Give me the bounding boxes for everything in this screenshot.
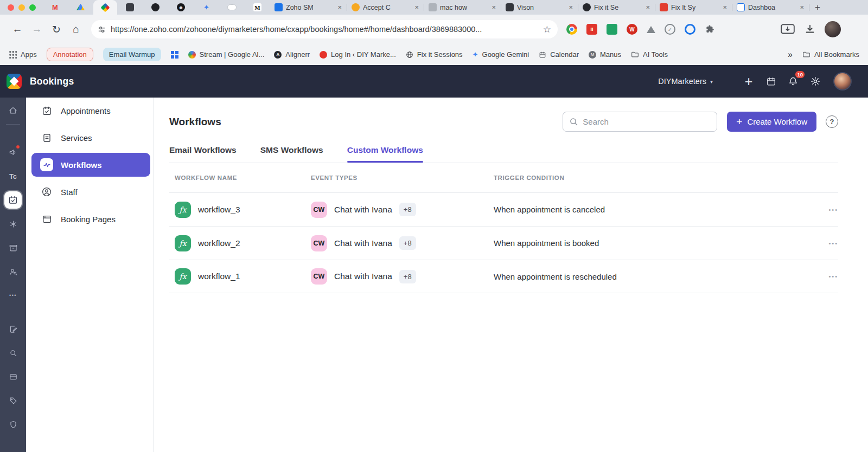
pinned-tab-drive[interactable] <box>68 0 93 15</box>
tab-close-icon[interactable]: × <box>567 3 574 11</box>
settings-gear-icon[interactable] <box>806 72 825 91</box>
tab-close-icon[interactable]: × <box>336 3 343 11</box>
rail-home-icon[interactable] <box>0 99 26 122</box>
url-bar[interactable]: https://one.zoho.com/zohoone/diymarketer… <box>91 20 558 38</box>
red-bars-extension-icon[interactable]: II <box>586 24 597 35</box>
tab-fix-it-se[interactable]: Fix it Se × <box>578 0 655 15</box>
bookmark-stream[interactable]: Stream | Google Al... <box>188 50 265 59</box>
bookmark-google-gemini[interactable]: ✦ Google Gemini <box>473 50 529 59</box>
rail-search-icon[interactable] <box>0 341 26 365</box>
bookmark-alignerr[interactable]: A Alignerr <box>274 50 310 59</box>
back-button[interactable]: ← <box>8 20 27 39</box>
bookmark-folder-ai-tools[interactable]: AI Tools <box>631 50 668 59</box>
tab-fix-it-sy[interactable]: Fix It Sy × <box>655 0 732 15</box>
search-input[interactable] <box>583 117 710 126</box>
chrome-extension-icon[interactable] <box>566 24 577 35</box>
close-window-button[interactable] <box>8 4 14 11</box>
pinned-tab-7[interactable]: ✦ <box>194 0 219 15</box>
more-events-badge[interactable]: +8 <box>399 236 416 250</box>
tab-close-icon[interactable]: × <box>722 3 728 11</box>
fullscreen-window-button[interactable] <box>29 4 36 11</box>
rail-flower-icon[interactable] <box>0 212 26 236</box>
triangle-extension-icon[interactable] <box>647 26 655 33</box>
forward-button[interactable]: → <box>27 20 47 39</box>
more-events-badge[interactable]: +8 <box>399 203 416 216</box>
reload-button[interactable]: ↻ <box>47 20 66 39</box>
calendar-icon[interactable] <box>762 72 780 91</box>
sidebar-item-booking-pages[interactable]: Booking Pages <box>31 207 150 231</box>
tab-accept[interactable]: Accept C × <box>347 0 424 15</box>
rail-panel-icon[interactable] <box>0 365 26 389</box>
site-settings-icon[interactable] <box>98 25 106 34</box>
rail-tc-icon[interactable]: Tc <box>0 164 26 188</box>
tab-close-icon[interactable]: × <box>490 3 497 11</box>
browser-profile-avatar[interactable] <box>825 21 841 37</box>
bookmark-blue-grid[interactable] <box>171 51 178 59</box>
sidebar-item-services[interactable]: Services <box>31 126 150 150</box>
pinned-tab-8[interactable] <box>219 0 245 15</box>
notifications-bell-icon[interactable]: 10 <box>784 72 802 91</box>
quick-add-icon[interactable]: + <box>739 72 758 91</box>
new-tab-button[interactable]: + <box>809 0 826 15</box>
all-bookmarks[interactable]: All Bookmarks <box>802 50 859 59</box>
bookmarks-overflow-icon[interactable]: » <box>788 50 793 60</box>
rail-notes-icon[interactable] <box>0 317 26 341</box>
tab-dashboard[interactable]: Dashboa × <box>732 0 809 15</box>
workspace-selector[interactable]: DIYMarketers ▾ <box>658 77 713 86</box>
bookmark-apps[interactable]: Apps <box>9 50 37 59</box>
tab-email-workflows[interactable]: Email Workflows <box>169 145 237 163</box>
minimize-window-button[interactable] <box>18 4 25 11</box>
green-extension-icon[interactable] <box>607 24 617 35</box>
tab-close-icon[interactable]: × <box>644 3 651 11</box>
rail-archive-icon[interactable] <box>0 236 26 260</box>
help-icon[interactable]: ? <box>826 115 838 128</box>
bookmark-star-icon[interactable]: ☆ <box>543 24 551 35</box>
sidebar-item-staff[interactable]: Staff <box>31 180 150 204</box>
tab-vison[interactable]: Vison × <box>501 0 578 15</box>
tab-close-icon[interactable]: × <box>413 3 420 11</box>
rail-shield-icon[interactable] <box>0 412 26 436</box>
bookmark-manus[interactable]: M Manus <box>589 50 621 59</box>
tab-mac-how[interactable]: mac how × <box>424 0 501 15</box>
rail-user-lookup-icon[interactable] <box>0 260 26 283</box>
tab-close-icon[interactable]: × <box>799 3 805 11</box>
bookmark-fix-it-sessions[interactable]: Fix it Sessions <box>406 50 463 59</box>
sidebar-item-appointments[interactable]: Appointments <box>31 99 150 122</box>
bookmark-login-diy[interactable]: Log In ‹ DIY Marke... <box>320 50 396 59</box>
url-text[interactable]: https://one.zoho.com/zohoone/diymarketer… <box>111 25 538 34</box>
tab-zoho-sm[interactable]: Zoho SM × <box>270 0 347 15</box>
workflow-row-3[interactable]: ƒx workflow_3 CW Chat with Ivana +8 When… <box>169 192 838 226</box>
bookmark-email-warmup[interactable]: Email Warmup <box>103 48 161 61</box>
create-workflow-button[interactable]: + Create Workflow <box>727 112 816 132</box>
more-events-badge[interactable]: +8 <box>399 270 416 283</box>
home-button[interactable]: ⌂ <box>66 20 86 39</box>
workflow-row-1[interactable]: ƒx workflow_1 CW Chat with Ivana +8 When… <box>169 260 838 293</box>
screen-share-icon[interactable] <box>780 23 795 36</box>
bookmark-annotation[interactable]: Annotation <box>47 48 93 61</box>
tab-sms-workflows[interactable]: SMS Workflows <box>260 145 323 163</box>
pinned-tab-6[interactable]: ☻ <box>168 0 194 15</box>
extensions-puzzle-icon[interactable] <box>705 24 716 35</box>
downloads-icon[interactable] <box>804 23 816 35</box>
bookmark-calendar[interactable]: Calendar <box>539 50 579 59</box>
wordtune-extension-icon[interactable]: W <box>627 24 637 35</box>
rail-more-icon[interactable]: ••• <box>0 283 26 307</box>
zoho-one-logo[interactable] <box>7 74 22 89</box>
pinned-tab-4[interactable] <box>117 0 143 15</box>
row-menu-icon[interactable]: ••• <box>816 206 838 213</box>
row-menu-icon[interactable]: ••• <box>816 273 838 280</box>
search-box[interactable] <box>563 112 717 132</box>
active-tab-zoho-bookings[interactable] <box>93 0 117 15</box>
pinned-tab-gmail[interactable]: M <box>42 0 68 15</box>
rail-announcements-icon[interactable] <box>0 140 26 164</box>
g-check-extension-icon[interactable]: ✓ <box>665 24 675 35</box>
tab-custom-workflows[interactable]: Custom Workflows <box>347 145 423 163</box>
pinned-tab-5[interactable] <box>143 0 168 15</box>
workflow-row-2[interactable]: ƒx workflow_2 CW Chat with Ivana +8 When… <box>169 226 838 260</box>
pinned-tab-9[interactable]: M <box>245 0 270 15</box>
user-avatar[interactable] <box>833 72 852 91</box>
row-menu-icon[interactable]: ••• <box>816 240 838 247</box>
rail-tags-icon[interactable] <box>0 389 26 412</box>
blue-ring-extension-icon[interactable] <box>685 24 695 35</box>
sidebar-item-workflows[interactable]: Workflows <box>31 153 150 177</box>
